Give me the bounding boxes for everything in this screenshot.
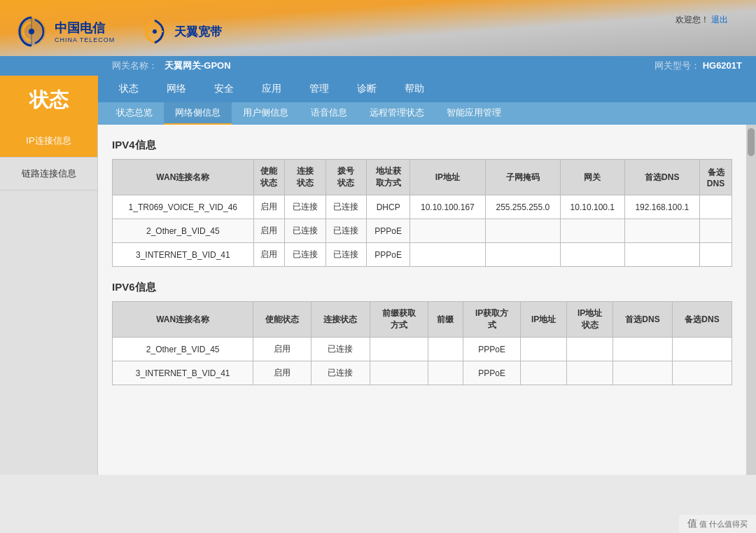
- nav-item-diagnose[interactable]: 诊断: [343, 76, 391, 102]
- ipv4-row1-dial: 已连接: [326, 195, 367, 219]
- scrollbar-track[interactable]: [746, 125, 756, 475]
- sub-nav-smart-app[interactable]: 智能应用管理: [435, 102, 512, 125]
- ipv6-col-dns1: 首选DNS: [613, 302, 673, 338]
- ipv6-row2-dns2: [672, 361, 732, 385]
- ipv4-row2-connect: 已连接: [284, 219, 326, 243]
- ipv6-row-1: 2_Other_B_VID_45 启用 已连接 PPPoE: [113, 338, 732, 361]
- sidebar-item-link-connect[interactable]: 链路连接信息: [0, 158, 97, 191]
- ipv6-row2-prefix: [428, 361, 463, 385]
- ipv4-title: IPV4信息: [112, 139, 732, 152]
- ipv6-row1-ip: [521, 338, 567, 361]
- ipv6-col-ip-method: IP获取方式: [463, 302, 521, 338]
- ipv4-row2-addr-method: PPPoE: [367, 219, 410, 243]
- ipv4-row3-connect: 已连接: [284, 243, 326, 267]
- ipv6-row2-connect: 已连接: [312, 361, 370, 385]
- tianyi-logo-icon: [139, 18, 171, 46]
- gateway-name-value: 天翼网关-GPON: [164, 60, 231, 72]
- ipv4-row1-wan-name: 1_TR069_VOICE_R_VID_46: [113, 195, 254, 219]
- ipv4-row2-subnet: [485, 219, 560, 243]
- sub-nav-overview[interactable]: 状态总览: [105, 102, 164, 125]
- ipv4-row-1: 1_TR069_VOICE_R_VID_46 启用 已连接 已连接 DHCP 1…: [113, 195, 732, 219]
- ipv4-row3-ip: [410, 243, 485, 267]
- content-wrapper: IP连接信息 链路连接信息 IPV4信息 WAN连接名称 使能状态 连接状态 拨…: [0, 125, 756, 475]
- sub-nav-network-side[interactable]: 网络侧信息: [164, 102, 232, 125]
- ipv4-row1-gateway: 10.10.100.1: [561, 195, 624, 219]
- ipv4-col-connect: 连接状态: [284, 160, 326, 195]
- ipv6-col-prefix: 前缀: [428, 302, 463, 338]
- ipv4-row2-ip: [410, 219, 485, 243]
- ipv4-row3-subnet: [485, 243, 560, 267]
- ipv4-row2-dial: 已连接: [326, 219, 367, 243]
- ipv4-header-row: WAN连接名称 使能状态 连接状态 拨号状态 地址获取方式 IP地址 子网掩码 …: [113, 160, 732, 195]
- ipv6-row1-enable: 启用: [253, 338, 312, 361]
- gateway-type-label: 网关型号：: [654, 60, 700, 71]
- sub-nav-voice[interactable]: 语音信息: [300, 102, 358, 125]
- gateway-info-bar: 网关名称： 天翼网关-GPON 网关型号： HG6201T: [0, 56, 756, 76]
- ipv4-row2-wan-name: 2_Other_B_VID_45: [113, 219, 254, 243]
- ipv4-row-2: 2_Other_B_VID_45 启用 已连接 已连接 PPPoE: [113, 219, 732, 243]
- ipv4-row3-enable: 启用: [253, 243, 284, 267]
- ipv4-row3-dns1: [624, 243, 699, 267]
- ipv6-row1-dns1: [613, 338, 673, 361]
- gateway-name-label: 网关名称：: [112, 60, 158, 72]
- ipv6-title: IPV6信息: [112, 281, 732, 294]
- main-content: IPV4信息 WAN连接名称 使能状态 连接状态 拨号状态 地址获取方式 IP地…: [98, 125, 746, 475]
- ipv6-col-ip-status: IP地址状态: [567, 302, 613, 338]
- ipv6-row2-prefix-method: [370, 361, 428, 385]
- ipv6-col-ip: IP地址: [521, 302, 567, 338]
- top-right-area: 欢迎您！ 退出: [676, 14, 728, 26]
- ipv4-col-gateway: 网关: [561, 160, 624, 195]
- main-nav: 状态 网络 安全 应用 管理 诊断 帮助: [98, 76, 756, 102]
- ipv6-row1-connect: 已连接: [312, 338, 370, 361]
- nav-item-status[interactable]: 状态: [105, 76, 153, 102]
- ipv6-row1-ip-method: PPPoE: [463, 338, 521, 361]
- nav-area: 状态 网络 安全 应用 管理 诊断 帮助 状态总览 网络侧信息 用户侧信息 语音…: [98, 76, 756, 125]
- logo-main: 中国电信: [55, 20, 115, 36]
- logout-link[interactable]: 退出: [711, 15, 728, 25]
- ipv4-row2-gateway: [561, 219, 624, 243]
- sub-nav-remote-manage[interactable]: 远程管理状态: [358, 102, 435, 125]
- svg-point-3: [153, 29, 157, 34]
- watermark-text: 值 什么值得买: [699, 520, 748, 528]
- ipv4-row1-dns1: 192.168.100.1: [624, 195, 699, 219]
- nav-item-apps[interactable]: 应用: [248, 76, 295, 102]
- ipv4-row1-addr-method: DHCP: [367, 195, 410, 219]
- ipv4-col-dns2: 备选DNS: [700, 160, 732, 195]
- sub-nav: 状态总览 网络侧信息 用户侧信息 语音信息 远程管理状态 智能应用管理: [98, 102, 756, 125]
- welcome-text: 欢迎您！: [676, 15, 709, 25]
- scrollbar-thumb[interactable]: [748, 128, 755, 156]
- telecom-logo-icon: [14, 14, 49, 49]
- ipv6-col-prefix-method: 前缀获取方式: [370, 302, 428, 338]
- ipv6-col-enable: 使能状态: [253, 302, 312, 338]
- ipv4-row-3: 3_INTERNET_B_VID_41 启用 已连接 已连接 PPPoE: [113, 243, 732, 267]
- ipv4-row1-ip: 10.10.100.167: [410, 195, 485, 219]
- sub-nav-user-side[interactable]: 用户侧信息: [232, 102, 300, 125]
- gateway-center: 网关名称： 天翼网关-GPON: [112, 60, 231, 72]
- ipv4-col-addr-method: 地址获取方式: [367, 160, 410, 195]
- ipv4-col-wan-name: WAN连接名称: [113, 160, 254, 195]
- logo-sub: CHINA TELECOM: [55, 36, 115, 43]
- ipv6-col-wan-name: WAN连接名称: [113, 302, 253, 338]
- ipv6-row2-ip: [521, 361, 567, 385]
- ipv4-col-ip: IP地址: [410, 160, 485, 195]
- ipv4-row2-dns2: [700, 219, 732, 243]
- ipv6-row2-wan-name: 3_INTERNET_B_VID_41: [113, 361, 253, 385]
- ipv4-row1-connect: 已连接: [284, 195, 326, 219]
- ipv6-row2-dns1: [613, 361, 673, 385]
- ipv4-row3-addr-method: PPPoE: [367, 243, 410, 267]
- ipv6-col-dns2: 备选DNS: [672, 302, 732, 338]
- nav-item-help[interactable]: 帮助: [391, 76, 438, 102]
- nav-item-network[interactable]: 网络: [153, 76, 200, 102]
- ipv4-row1-dns2: [700, 195, 732, 219]
- ipv6-row1-prefix-method: [370, 338, 428, 361]
- ipv6-row2-ip-status: [567, 361, 613, 385]
- gateway-type-area: 网关型号： HG6201T: [654, 60, 742, 72]
- sidebar-item-ip-connect[interactable]: IP连接信息: [0, 125, 97, 158]
- nav-item-security[interactable]: 安全: [200, 76, 248, 102]
- ipv6-col-connect: 连接状态: [312, 302, 370, 338]
- ipv4-row3-dial: 已连接: [326, 243, 367, 267]
- sidebar: IP连接信息 链路连接信息: [0, 125, 98, 475]
- watermark-icon: 值: [687, 518, 697, 529]
- nav-item-manage[interactable]: 管理: [295, 76, 343, 102]
- ipv6-table: WAN连接名称 使能状态 连接状态 前缀获取方式 前缀 IP获取方式 IP地址 …: [112, 301, 732, 385]
